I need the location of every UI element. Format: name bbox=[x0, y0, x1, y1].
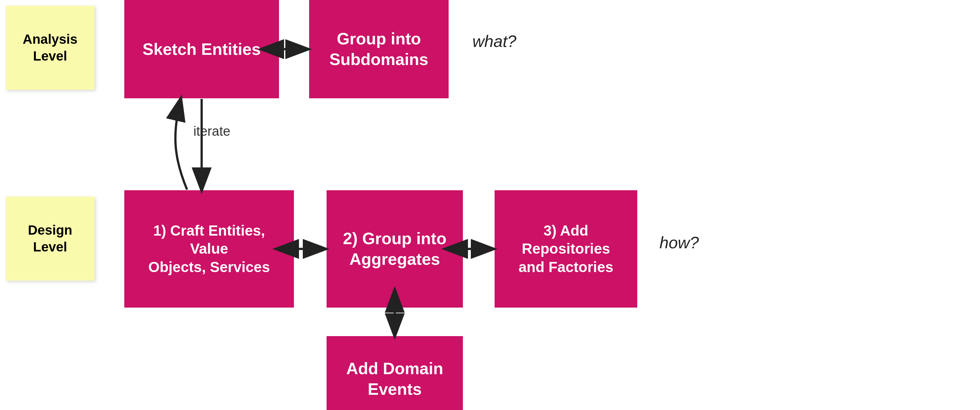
add-domain-events-label: Add Domain Events bbox=[346, 358, 443, 399]
how-label: how? bbox=[659, 233, 699, 252]
iterate-label: iterate bbox=[193, 124, 231, 139]
design-level-sticky: Design Level bbox=[6, 197, 94, 281]
design-level-label: Design Level bbox=[28, 222, 72, 255]
add-domain-events-box: Add Domain Events bbox=[326, 336, 463, 410]
group-aggregates-label: 2) Group into Aggregates bbox=[343, 228, 446, 270]
add-repositories-box: 3) Add Repositories and Factories bbox=[495, 190, 637, 308]
craft-entities-label: 1) Craft Entities, Value Objects, Servic… bbox=[137, 222, 281, 277]
sketch-entities-box: Sketch Entities bbox=[124, 0, 279, 98]
add-repositories-label: 3) Add Repositories and Factories bbox=[507, 222, 625, 277]
group-aggregates-box: 2) Group into Aggregates bbox=[326, 190, 463, 308]
analysis-level-label: Analysis Level bbox=[23, 31, 78, 64]
arrow-iterate-up bbox=[175, 99, 187, 190]
sketch-entities-label: Sketch Entities bbox=[143, 39, 261, 60]
analysis-level-sticky: Analysis Level bbox=[6, 6, 94, 90]
what-label: what? bbox=[473, 32, 517, 51]
craft-entities-box: 1) Craft Entities, Value Objects, Servic… bbox=[124, 190, 294, 308]
group-subdomains-box: Group into Subdomains bbox=[309, 0, 449, 98]
group-subdomains-label: Group into Subdomains bbox=[329, 29, 428, 70]
